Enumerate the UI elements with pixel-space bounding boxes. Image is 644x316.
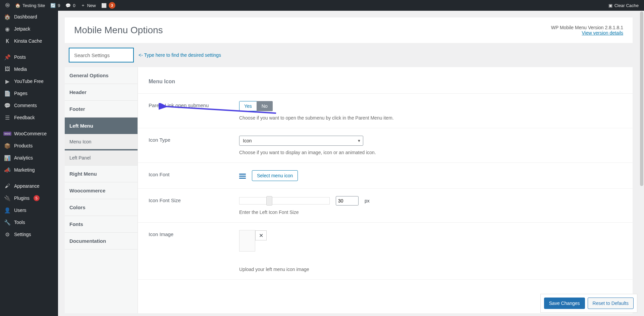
products-icon: 📦 xyxy=(4,142,11,149)
clear-cache-label: Clear Cache xyxy=(614,3,639,8)
subtab-menu-icon[interactable]: Menu Icon xyxy=(65,134,138,150)
comment-icon: 💬 xyxy=(65,3,71,8)
sidebar-item-plugins[interactable]: 🔌Plugins5 xyxy=(0,192,58,204)
font-size-slider[interactable] xyxy=(239,197,330,205)
new-link[interactable]: ＋New xyxy=(78,0,99,11)
sidebar-item-dashboard[interactable]: 🏠Dashboard xyxy=(0,11,58,23)
sidebar-item-label: Users xyxy=(14,208,26,213)
sidebar-item-kinsta-cache[interactable]: KKinsta Cache xyxy=(0,35,58,47)
posts-icon: 📌 xyxy=(4,54,11,60)
settings-body: Menu Icon Parent Link open submenu Yes N… xyxy=(138,67,633,313)
youtube-free-icon: ▶ xyxy=(4,78,11,85)
field-label: Icon Font Size xyxy=(149,196,239,203)
clear-cache-button[interactable]: ▣Clear Cache xyxy=(606,0,641,11)
sidebar-item-woocommerce[interactable]: wooWooCommerce xyxy=(0,128,58,140)
version-text: WP Mobile Menu Version 2.8.1.8.1 xyxy=(551,25,623,30)
refresh-icon: 🔄 xyxy=(50,3,56,8)
comments-count: 0 xyxy=(73,3,75,8)
sidebar-item-products[interactable]: 📦Products xyxy=(0,140,58,152)
sidebar-item-label: Analytics xyxy=(14,155,33,161)
icon-type-select[interactable]: Icon ▼ xyxy=(239,136,363,146)
field-icon-type: Icon Type Icon ▼ Choose if you want to d… xyxy=(138,128,633,163)
sidebar-item-label: Plugins xyxy=(14,195,30,201)
updates-link[interactable]: 🔄9 xyxy=(48,0,63,11)
media-icon: 🖼 xyxy=(4,66,11,73)
slider-thumb[interactable] xyxy=(266,196,272,206)
sidebar-item-jetpack[interactable]: ◉Jetpack xyxy=(0,23,58,35)
site-name-link[interactable]: 🏠Testing Site xyxy=(12,0,48,11)
yoast-link[interactable]: ⬜3 xyxy=(99,0,118,11)
home-icon: 🏠 xyxy=(15,3,20,8)
sidebar-item-label: Comments xyxy=(14,103,37,108)
tab-footer[interactable]: Footer xyxy=(65,101,138,118)
dashboard-icon: 🏠 xyxy=(4,13,11,20)
site-name: Testing Site xyxy=(22,3,45,8)
field-label: Icon Font xyxy=(149,170,239,177)
sidebar-item-label: Pages xyxy=(14,91,28,96)
sidebar-item-label: Appearance xyxy=(14,183,40,189)
plugins-icon: 🔌 xyxy=(4,195,11,201)
sidebar-item-label: Settings xyxy=(14,232,31,237)
tools-icon: 🔧 xyxy=(4,219,11,226)
tab-header[interactable]: Header xyxy=(65,84,138,101)
users-icon: 👤 xyxy=(4,207,11,214)
version-details-link[interactable]: View version details xyxy=(582,30,623,36)
sidebar-item-pages[interactable]: 📄Pages xyxy=(0,87,58,99)
settings-icon: ⚙ xyxy=(4,231,11,238)
remove-image-button[interactable]: ✕ xyxy=(255,230,267,240)
updates-count: 9 xyxy=(58,3,60,8)
select-menu-icon-button[interactable]: Select menu icon xyxy=(252,170,298,181)
toggle-parent-link: Yes No xyxy=(239,101,273,111)
sidebar-item-appearance[interactable]: 🖌Appearance xyxy=(0,180,58,192)
appearance-icon: 🖌 xyxy=(4,183,11,189)
font-size-input[interactable] xyxy=(336,196,359,206)
tab-fonts[interactable]: Fonts xyxy=(65,216,138,233)
sidebar-item-label: Dashboard xyxy=(14,14,37,19)
jetpack-icon: ◉ xyxy=(4,26,11,32)
tab-left-menu[interactable]: Left Menu xyxy=(65,118,138,134)
sidebar-item-settings[interactable]: ⚙Settings xyxy=(0,228,58,240)
field-label: Icon Image xyxy=(149,230,239,237)
toggle-yes[interactable]: Yes xyxy=(239,101,257,111)
sidebar-item-tools[interactable]: 🔧Tools xyxy=(0,216,58,228)
sidebar-item-label: Media xyxy=(14,66,27,72)
tab-general-options[interactable]: General Options xyxy=(65,67,138,84)
sidebar-item-posts[interactable]: 📌Posts xyxy=(0,51,58,63)
sidebar-item-label: Kinsta Cache xyxy=(14,38,42,44)
sidebar-item-label: WooCommerce xyxy=(14,131,47,136)
tab-colors[interactable]: Colors xyxy=(65,199,138,216)
subtab-left-panel[interactable]: Left Panel xyxy=(65,150,138,166)
field-helper: Choose if you want to display an image, … xyxy=(239,150,622,155)
tab-woocommerce[interactable]: Woocommerce xyxy=(65,182,138,199)
save-button[interactable]: Save Changes xyxy=(544,298,585,309)
sidebar-item-label: YouTube Free xyxy=(14,79,44,84)
sidebar-item-analytics[interactable]: 📊Analytics xyxy=(0,152,58,164)
image-upload-box[interactable]: ✕ xyxy=(239,230,255,252)
settings-panel: General OptionsHeaderFooterLeft MenuMenu… xyxy=(65,67,633,313)
badge: 5 xyxy=(34,195,40,201)
search-input[interactable] xyxy=(69,48,134,62)
sidebar-item-media[interactable]: 🖼Media xyxy=(0,63,58,75)
scrollbar-thumb[interactable] xyxy=(640,11,643,186)
field-icon-font: Icon Font Select menu icon xyxy=(138,163,633,189)
chevron-down-icon: ▼ xyxy=(357,139,361,143)
sidebar-item-feedback[interactable]: ☰Feedback xyxy=(0,111,58,124)
tab-right-menu[interactable]: Right Menu xyxy=(65,166,138,182)
scrollbar[interactable] xyxy=(639,11,644,316)
field-helper: Upload your left menu icon image xyxy=(239,267,622,272)
tab-documentation[interactable]: Documentation xyxy=(65,233,138,250)
sidebar-item-label: Feedback xyxy=(14,115,35,120)
sidebar-item-comments[interactable]: 💬Comments xyxy=(0,99,58,111)
sidebar-item-label: Products xyxy=(14,143,33,148)
section-title: Menu Icon xyxy=(138,67,633,94)
wp-logo[interactable]: ⓦ xyxy=(3,0,12,11)
field-helper: Enter the Left Icon Font Size xyxy=(239,210,622,215)
comments-link[interactable]: 💬0 xyxy=(63,0,78,11)
analytics-icon: 📊 xyxy=(4,154,11,161)
sidebar-item-users[interactable]: 👤Users xyxy=(0,204,58,216)
sidebar-item-youtube-free[interactable]: ▶YouTube Free xyxy=(0,75,58,87)
toggle-no[interactable]: No xyxy=(257,101,273,111)
sidebar-item-marketing[interactable]: 📣Marketing xyxy=(0,164,58,176)
reset-button[interactable]: Reset to Defaults xyxy=(588,298,634,309)
field-icon-font-size: Icon Font Size px Enter the Left Icon Fo… xyxy=(138,189,633,223)
